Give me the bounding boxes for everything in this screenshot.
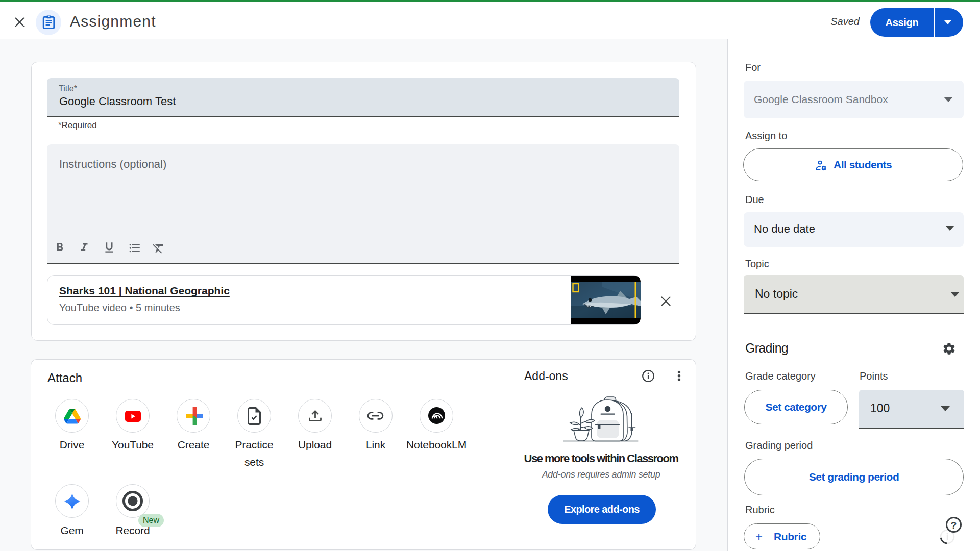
svg-text:?: ? (951, 520, 957, 531)
